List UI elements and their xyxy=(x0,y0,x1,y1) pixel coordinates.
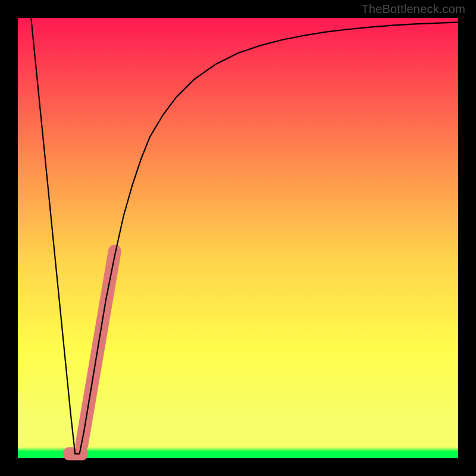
plot-area xyxy=(18,18,458,458)
chart-container: TheBottleneck.com xyxy=(0,0,476,476)
watermark-text: TheBottleneck.com xyxy=(361,2,465,16)
bottleneck-chart xyxy=(0,0,476,476)
